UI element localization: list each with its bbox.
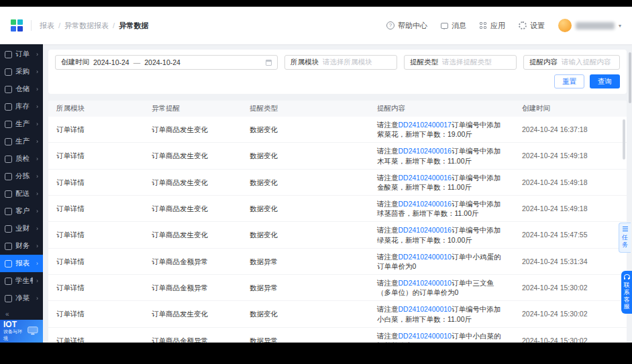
cell-content: 请注意DD24102400016订单编号中添加绿菜花，新增下单数：10.00斤	[369, 222, 514, 247]
type-select-placeholder: 请选择提醒类型	[442, 58, 492, 67]
order-number-link[interactable]: DD24102400017	[399, 121, 452, 129]
cell-type: 数据异常	[242, 280, 369, 296]
cell-type: 数据异常	[242, 253, 369, 269]
table-row[interactable]: 订单详情 订单商品发生变化 数据变化 请注意DD24102400017订单编号中…	[48, 117, 627, 143]
order-number-link[interactable]: DD24102400016	[399, 174, 452, 182]
date-from-value[interactable]: 2024-10-24	[93, 58, 129, 66]
sidebar-item-9[interactable]: 配送 ›	[0, 185, 43, 202]
table-row[interactable]: 订单详情 订单商品发生变化 数据变化 请注意DD24102400016订单编号中…	[48, 170, 627, 196]
header-divider	[31, 20, 32, 31]
table-row[interactable]: 订单详情 订单商品发生变化 数据变化 请注意DD24102400010订单编号中…	[48, 301, 627, 327]
main-content: 创建时间 2024-10-24 — 2024-10-24 所属模块 请选择所属模…	[43, 44, 632, 343]
sidebar-item-8[interactable]: 分拣 ›	[0, 168, 43, 185]
sidebar-item-15[interactable]: 净菜 ›	[0, 290, 43, 307]
type-select-label: 提醒类型	[410, 58, 438, 67]
table-row[interactable]: 订单详情 订单商品金额异常 数据异常 请注意DD24102400010订单中小鸡…	[48, 249, 627, 275]
screen: 报表/异常数据报表/异常数据 ? 帮助中心 消息 应用 设置	[0, 0, 632, 364]
query-button[interactable]: 查询	[590, 74, 620, 88]
help-center-button[interactable]: ? 帮助中心	[386, 21, 427, 31]
table-body: 订单详情 订单商品发生变化 数据变化 请注意DD24102400017订单编号中…	[48, 117, 627, 343]
cell-type: 数据变化	[242, 227, 369, 243]
apps-button[interactable]: 应用	[480, 21, 505, 31]
finance-icon	[5, 243, 12, 250]
chevron-down-icon: ▾	[619, 23, 621, 29]
double-chevron-left-icon: «	[5, 310, 9, 318]
production-icon	[5, 121, 12, 128]
sidebar-item-2[interactable]: 采购 ›	[0, 63, 43, 80]
order-number-link[interactable]: DD24102400016	[399, 226, 452, 234]
contact-service-button[interactable]: 联系客服	[621, 271, 632, 314]
table-row[interactable]: 订单详情 订单商品发生变化 数据变化 请注意DD24102400016订单编号中…	[48, 222, 627, 248]
sidebar-item-3[interactable]: 仓储 ›	[0, 80, 43, 98]
cell-time: 2024-10-24 15:31:34	[514, 253, 627, 269]
cell-content: 请注意DD24102400016订单编号中添加金酸菜，新增下单数：11.00斤	[369, 170, 514, 195]
order-number-link[interactable]: DD24102400010	[399, 279, 452, 287]
cell-alert: 订单商品金额异常	[144, 332, 242, 343]
inventory-icon	[5, 103, 12, 111]
breadcrumb-item[interactable]: 报表	[40, 21, 54, 31]
breadcrumb-current: 异常数据	[119, 21, 148, 31]
sidebar-item-6[interactable]: 生产 ›	[0, 133, 43, 150]
type-select[interactable]: 提醒类型 请选择提醒类型	[404, 55, 517, 70]
chevron-right-icon: ›	[36, 68, 38, 75]
breadcrumb-item[interactable]: 异常数据报表	[64, 21, 109, 31]
chevron-right-icon: ›	[36, 190, 38, 197]
order-number-link[interactable]: DD24102400016	[399, 147, 452, 155]
sidebar-item-4[interactable]: 库存 ›	[0, 98, 43, 115]
settings-button[interactable]: 设置	[519, 21, 545, 31]
cell-content: 请注意DD24102400016订单编号中添加球茎茴香，新增下单数：11.00斤	[369, 196, 514, 221]
column-header-module: 所属模块	[48, 104, 144, 113]
apps-label: 应用	[490, 21, 505, 31]
cell-module: 订单详情	[48, 200, 144, 217]
cell-type: 数据异常	[242, 332, 369, 343]
headset-icon	[624, 274, 630, 280]
table-scrollbar[interactable]	[623, 119, 625, 160]
module-select[interactable]: 所属模块 请选择所属模块	[284, 55, 397, 70]
sidebar-item-11[interactable]: 业财 ›	[0, 220, 43, 237]
sidebar-item-12[interactable]: 财务 ›	[0, 237, 43, 255]
content-input-placeholder: 请输入提醒内容	[562, 58, 611, 67]
sidebar-item-5[interactable]: 生产 ›	[0, 115, 43, 133]
date-to-value[interactable]: 2024-10-24	[144, 58, 180, 66]
window-scrollbar[interactable]	[629, 52, 631, 103]
user-name-redacted	[576, 22, 615, 29]
order-number-link[interactable]: DD24102400010	[399, 332, 452, 340]
task-panel-label: 任务	[622, 234, 629, 249]
table-row[interactable]: 订单详情 订单商品发生变化 数据变化 请注意DD24102400016订单编号中…	[48, 143, 627, 169]
order-number-link[interactable]: DD24102400010	[399, 305, 452, 313]
chevron-right-icon: ›	[36, 225, 38, 232]
sidebar-item-14[interactable]: 学生餐 ›	[0, 272, 43, 290]
sidebar-item-10[interactable]: 客户 ›	[0, 202, 43, 220]
task-list-icon	[623, 226, 628, 232]
content-search-input[interactable]: 提醒内容 请输入提醒内容	[523, 55, 620, 70]
user-menu[interactable]: ▾	[558, 19, 621, 32]
iot-device-icon	[26, 325, 40, 337]
cell-module: 订单详情	[48, 174, 144, 190]
app-logo[interactable]	[11, 19, 23, 32]
order-number-link[interactable]: DD24102400016	[399, 200, 452, 208]
avatar	[558, 19, 572, 32]
calendar-icon	[266, 60, 272, 66]
table-row[interactable]: 订单详情 订单商品金额异常 数据异常 请注意DD24102400010订单中小白…	[48, 328, 627, 343]
sidebar-item-13[interactable]: 报表 ›	[0, 255, 43, 272]
student-meal-icon	[5, 278, 12, 285]
cell-alert: 订单商品金额异常	[144, 253, 242, 269]
table-row[interactable]: 订单详情 订单商品金额异常 数据异常 请注意DD24102400010订单中三文…	[48, 275, 627, 301]
date-range-picker[interactable]: 创建时间 2024-10-24 — 2024-10-24	[55, 55, 278, 70]
reset-button[interactable]: 重置	[554, 74, 584, 88]
cell-content: 请注意DD24102400016订单编号中添加木耳菜，新增下单数：11.00斤	[369, 143, 514, 168]
cell-time: 2024-10-24 15:47:55	[514, 227, 627, 243]
column-header-content: 提醒内容	[369, 104, 514, 113]
content-input-label: 提醒内容	[529, 58, 558, 67]
order-number-link[interactable]: DD24102400010	[399, 253, 452, 261]
sidebar-collapse-button[interactable]: «	[0, 308, 43, 320]
sidebar-item-1[interactable]: 订单 ›	[0, 46, 43, 63]
cell-content: 请注意DD24102400017订单编号中添加紫菜花，新增下单数：19.00斤	[369, 117, 514, 142]
sidebar-item-7[interactable]: 质检 ›	[0, 150, 43, 168]
table-row[interactable]: 订单详情 订单商品发生变化 数据变化 请注意DD24102400016订单编号中…	[48, 196, 627, 222]
task-panel-tab[interactable]: 任务	[619, 223, 631, 253]
apps-grid-icon	[480, 22, 487, 29]
messages-button[interactable]: 消息	[441, 21, 466, 31]
iot-panel[interactable]: IOT 设备与环境	[0, 320, 43, 343]
iot-subtitle: 设备与环境	[3, 328, 24, 342]
